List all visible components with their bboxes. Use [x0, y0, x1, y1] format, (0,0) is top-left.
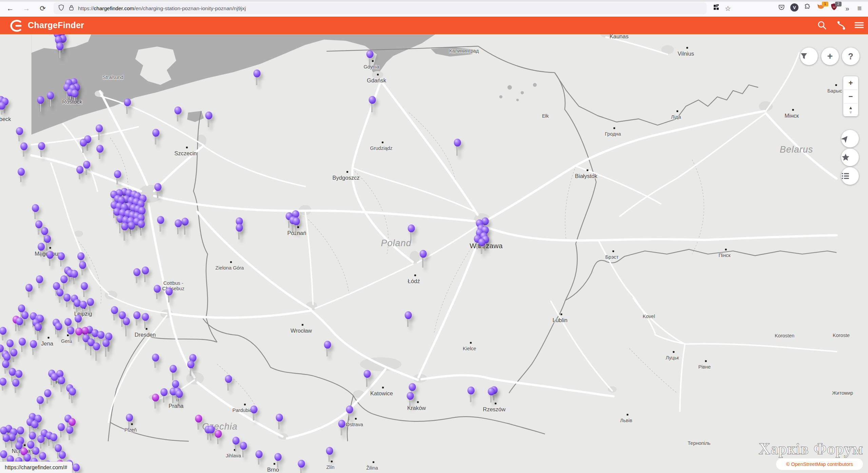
- pin-head: [154, 285, 161, 293]
- city-dot: [470, 342, 472, 344]
- tilt-control[interactable]: ▲▼: [843, 103, 858, 117]
- osm-attribution[interactable]: © OpenStreetMap contributors: [776, 458, 863, 470]
- pocket-icon[interactable]: [776, 3, 787, 14]
- lock-icon[interactable]: [69, 5, 74, 12]
- city-label: Białystok: [575, 173, 597, 179]
- pin-head: [19, 338, 26, 346]
- pin-head: [420, 250, 427, 258]
- city-dot: [725, 249, 727, 251]
- pin-head: [71, 270, 78, 278]
- browser-window: { "browser": { "url_scheme": "https://",…: [0, 0, 868, 473]
- pin-head: [138, 220, 145, 228]
- city-dot: [131, 423, 133, 425]
- ghostery-shield-extension-icon[interactable]: ω 2: [829, 3, 840, 14]
- browser-menu-icon[interactable]: ≡: [854, 3, 865, 14]
- city-label: Vilnius: [678, 51, 694, 57]
- city-dot: [373, 461, 374, 463]
- shield-icon[interactable]: [58, 4, 64, 12]
- pin-head: [20, 142, 27, 150]
- pin-head: [170, 365, 177, 373]
- pin-head: [128, 222, 135, 230]
- pin-head: [126, 414, 133, 421]
- pin-head: [38, 243, 45, 251]
- url-bar[interactable]: https://chargefinder.com/en/charging-sta…: [54, 2, 707, 14]
- pin-head: [208, 426, 215, 433]
- city-label: Gdynia: [364, 64, 379, 70]
- pin-head: [405, 311, 412, 319]
- pin-head: [37, 396, 44, 404]
- pin-head: [32, 447, 39, 455]
- route-icon[interactable]: [836, 20, 847, 32]
- city-dot: [613, 251, 614, 252]
- app-title[interactable]: ChargeFinder: [28, 20, 84, 30]
- search-icon[interactable]: [817, 20, 828, 32]
- pin-head: [47, 92, 54, 99]
- pin-head: [133, 268, 140, 276]
- city-dot: [355, 418, 357, 420]
- svg-text:V: V: [793, 5, 796, 10]
- pin-head: [75, 328, 82, 335]
- city-dot: [372, 60, 374, 62]
- pin-head: [17, 427, 24, 434]
- pin-head: [225, 375, 232, 383]
- back-button[interactable]: ←: [5, 3, 16, 14]
- url-text: https://chargefinder.com/en/charging-sta…: [78, 5, 246, 12]
- pin-head: [77, 252, 84, 260]
- pin-head: [38, 142, 45, 150]
- city-label: Grudziądz: [370, 145, 392, 151]
- pin-head: [276, 414, 283, 421]
- pin-head: [0, 450, 7, 458]
- pin-head: [79, 261, 86, 269]
- city-label: Korosten: [775, 333, 794, 338]
- pin-head: [80, 301, 87, 309]
- extensions-puzzle-icon[interactable]: [802, 3, 813, 14]
- account-extension-icon[interactable]: V: [789, 3, 800, 14]
- city-dot: [835, 84, 837, 86]
- overflow-chevron-icon[interactable]: »: [842, 3, 853, 14]
- city-label: Rzeszów: [483, 406, 506, 413]
- pin-head: [187, 360, 194, 368]
- pin-head: [293, 217, 300, 225]
- pin-head: [75, 315, 82, 322]
- pin-head: [56, 289, 63, 296]
- pin-head: [44, 235, 51, 243]
- city-label: Львів: [620, 418, 632, 423]
- city-label: Житомир: [832, 390, 853, 396]
- favorites-button[interactable]: [841, 149, 859, 166]
- bookmark-star-icon[interactable]: ☆: [722, 3, 733, 14]
- locate-me-button[interactable]: [841, 130, 859, 147]
- pin-head: [56, 42, 63, 50]
- city-dot: [417, 401, 419, 403]
- pin-head: [478, 238, 485, 246]
- map-canvas[interactable]: PolandBelarusCzechiaWarszawaPrahaМінскVi…: [0, 34, 868, 473]
- forward-button[interactable]: →: [21, 3, 32, 14]
- city-dot: [377, 74, 379, 76]
- pin-head: [31, 420, 38, 428]
- help-button[interactable]: ?: [842, 47, 860, 65]
- city-dot: [146, 328, 148, 330]
- station-list-button[interactable]: [841, 167, 859, 185]
- city-label: Kaunas: [610, 34, 629, 40]
- pin-head: [35, 220, 42, 228]
- reload-button[interactable]: ⟳: [37, 3, 48, 14]
- filter-button[interactable]: [800, 47, 818, 65]
- zoom-out-button[interactable]: −: [843, 90, 858, 103]
- city-dot: [50, 247, 51, 249]
- pin-head: [41, 227, 48, 235]
- tabliss-fox-extension-icon[interactable]: 1: [815, 3, 826, 14]
- pin-head: [55, 322, 62, 330]
- pin-head: [39, 452, 46, 460]
- app-menu-icon[interactable]: [854, 20, 866, 32]
- city-label: Stralsund: [102, 75, 123, 80]
- app-header: ChargeFinder: [0, 17, 868, 34]
- pin-head: [97, 331, 104, 339]
- pin-head: [15, 370, 22, 378]
- city-label: Bydgoszcz: [332, 175, 360, 181]
- pin-head: [87, 298, 94, 306]
- city-dot: [48, 337, 50, 339]
- chargefinder-logo-icon[interactable]: [9, 20, 22, 33]
- add-station-button[interactable]: +: [821, 47, 839, 65]
- zoom-in-button[interactable]: +: [843, 76, 858, 90]
- containers-grid-icon[interactable]: [711, 3, 721, 14]
- pin-head: [152, 354, 159, 361]
